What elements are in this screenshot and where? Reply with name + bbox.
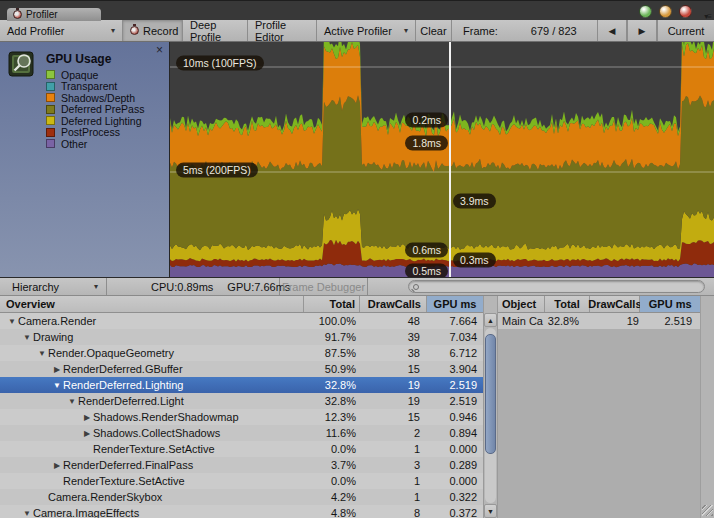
row-name: Shadows.CollectShadows xyxy=(93,427,304,439)
row-total: 100.0% xyxy=(304,315,360,327)
profile-editor-button[interactable]: Profile Editor xyxy=(248,20,317,41)
row-total: 50.9% xyxy=(304,363,360,375)
scrollbar-thumb[interactable] xyxy=(485,334,496,454)
legend-item[interactable]: Other xyxy=(46,138,144,150)
gpu-usage-chart[interactable]: 10ms (100FPS)5ms (200FPS)0.2ms1.8ms3.9ms… xyxy=(170,42,714,277)
prev-frame-button[interactable]: ◀ xyxy=(597,20,627,41)
row-gpums: 7.664 xyxy=(427,315,483,327)
overview-table: Overview Total DrawCalls GPU ms ▼Camera.… xyxy=(0,296,483,518)
scroll-down-icon[interactable]: ▼ xyxy=(484,504,497,518)
table-row[interactable]: ▼Camera.ImageEffects4.8%80.372 xyxy=(0,505,483,518)
row-drawcalls: 38 xyxy=(360,347,427,359)
row-gpums: 7.034 xyxy=(427,331,483,343)
deep-profile-button[interactable]: Deep Profile xyxy=(183,20,248,41)
object-drawcalls: 19 xyxy=(591,315,641,327)
expand-arrow-icon[interactable]: ▼ xyxy=(21,333,33,342)
column-header-gpums[interactable]: GPU ms xyxy=(427,296,483,312)
legend-item[interactable]: Transparent xyxy=(46,81,144,93)
column-header-drawcalls[interactable]: DrawCalls xyxy=(590,296,640,312)
gpu-usage-panel[interactable]: × GPU Usage OpaqueTransparentShadows/Dep… xyxy=(0,42,170,277)
scroll-up-icon[interactable]: ▲ xyxy=(484,313,497,327)
legend-swatch[interactable] xyxy=(46,105,55,114)
expand-arrow-icon[interactable]: ▼ xyxy=(51,381,63,390)
table-row[interactable]: Camera.RenderSkybox4.2%10.322 xyxy=(0,489,483,505)
expand-arrow-icon[interactable]: ▶ xyxy=(51,365,63,374)
legend-item[interactable]: Deferred PrePass xyxy=(46,104,144,116)
chart-label-pill: 10ms (100FPS) xyxy=(176,56,264,71)
row-total: 32.8% xyxy=(304,395,360,407)
table-row[interactable]: ▼RenderDeferred.Lighting32.8%192.519 xyxy=(0,377,483,393)
chart-label-pill: 0.6ms xyxy=(405,243,448,258)
table-row[interactable]: ▶Shadows.RenderShadowmap12.3%150.946 xyxy=(0,409,483,425)
table-row[interactable]: RenderTexture.SetActive0.0%10.000 xyxy=(0,441,483,457)
close-icon[interactable]: × xyxy=(156,44,163,56)
object-total: 32.8% xyxy=(545,315,591,327)
table-row[interactable]: ▶Shadows.CollectShadows11.6%20.894 xyxy=(0,425,483,441)
arrow-left-icon: ◀ xyxy=(609,26,616,36)
expand-arrow-icon[interactable]: ▶ xyxy=(81,429,93,438)
expand-arrow-icon[interactable]: ▶ xyxy=(81,413,93,422)
green-dot[interactable] xyxy=(639,5,652,18)
current-frame-button[interactable]: Current xyxy=(657,20,714,41)
row-gpums: 2.519 xyxy=(427,395,483,407)
column-header-overview[interactable]: Overview xyxy=(0,296,304,312)
window-menu-icon[interactable]: ▾≡ xyxy=(704,12,711,21)
legend-swatch[interactable] xyxy=(46,139,55,148)
hierarchy-mode-dropdown[interactable]: Hierarchy ▾ xyxy=(0,278,107,295)
column-header-object[interactable]: Object xyxy=(498,296,545,312)
object-name: Main Ca xyxy=(498,315,545,327)
expand-arrow-icon[interactable]: ▶ xyxy=(51,461,63,470)
red-dot[interactable] xyxy=(679,5,692,18)
table-row[interactable]: RenderTexture.SetActive0.0%10.000 xyxy=(0,473,483,489)
detail-area: Overview Total DrawCalls GPU ms ▼Camera.… xyxy=(0,296,714,518)
legend-swatch[interactable] xyxy=(46,93,55,102)
table-row[interactable]: ▶RenderDeferred.GBuffer50.9%153.904 xyxy=(0,361,483,377)
legend-swatch[interactable] xyxy=(46,116,55,125)
row-gpums: 0.000 xyxy=(427,443,483,455)
main-area: × GPU Usage OpaqueTransparentShadows/Dep… xyxy=(0,42,714,277)
record-button[interactable]: Record xyxy=(123,20,183,41)
object-gpums: 2.519 xyxy=(641,315,701,327)
row-total: 87.5% xyxy=(304,347,360,359)
resize-grip[interactable] xyxy=(702,505,713,516)
legend-swatch[interactable] xyxy=(46,82,55,91)
frame-counter: Frame: 679 / 823 xyxy=(452,20,597,41)
frame-debugger-button[interactable]: Frame Debugger xyxy=(280,278,368,295)
vertical-scrollbar[interactable]: ▲ ▼ xyxy=(483,296,497,518)
table-row[interactable]: ▼Drawing91.7%397.034 xyxy=(0,329,483,345)
scrollbar-track[interactable] xyxy=(485,328,496,503)
object-table: Object Total DrawCalls GPU ms Main Ca32.… xyxy=(497,296,700,518)
search-input[interactable] xyxy=(408,280,705,293)
legend-item[interactable]: Opaque xyxy=(46,69,144,81)
column-header-gpums[interactable]: GPU ms xyxy=(640,296,700,312)
table-row[interactable]: ▶RenderDeferred.FinalPass3.7%30.289 xyxy=(0,457,483,473)
legend-swatch[interactable] xyxy=(46,128,55,137)
record-icon xyxy=(130,26,139,35)
row-total: 32.8% xyxy=(304,379,360,391)
add-profiler-dropdown[interactable]: Add Profiler ▾ xyxy=(0,20,123,41)
legend-item[interactable]: Shadows/Depth xyxy=(46,92,144,104)
active-profiler-dropdown[interactable]: Active Profiler ▾ xyxy=(317,20,416,41)
next-frame-button[interactable]: ▶ xyxy=(627,20,657,41)
overview-table-header: Overview Total DrawCalls GPU ms xyxy=(0,296,483,313)
clear-button[interactable]: Clear xyxy=(416,20,452,41)
expand-arrow-icon[interactable]: ▼ xyxy=(6,317,18,326)
tab-title: Profiler xyxy=(26,9,58,20)
object-row[interactable]: Main Ca32.8%192.519 xyxy=(498,313,700,329)
legend-item[interactable]: PostProcess xyxy=(46,127,144,139)
column-header-total[interactable]: Total xyxy=(545,296,591,312)
table-row[interactable]: ▼RenderDeferred.Light32.8%192.519 xyxy=(0,393,483,409)
legend-swatch[interactable] xyxy=(46,70,55,79)
orange-dot[interactable] xyxy=(659,5,672,18)
table-row[interactable]: ▼Render.OpaqueGeometry87.5%386.712 xyxy=(0,345,483,361)
tab-profiler[interactable]: Profiler xyxy=(7,8,101,21)
row-gpums: 0.322 xyxy=(427,491,483,503)
expand-arrow-icon[interactable]: ▼ xyxy=(66,397,78,406)
column-header-total[interactable]: Total xyxy=(304,296,360,312)
column-header-drawcalls[interactable]: DrawCalls xyxy=(360,296,427,312)
expand-arrow-icon[interactable]: ▼ xyxy=(21,509,33,518)
expand-arrow-icon[interactable]: ▼ xyxy=(36,349,48,358)
table-row[interactable]: ▼Camera.Render100.0%487.664 xyxy=(0,313,483,329)
row-name: Render.OpaqueGeometry xyxy=(48,347,304,359)
legend-item[interactable]: Deferred Lighting xyxy=(46,115,144,127)
